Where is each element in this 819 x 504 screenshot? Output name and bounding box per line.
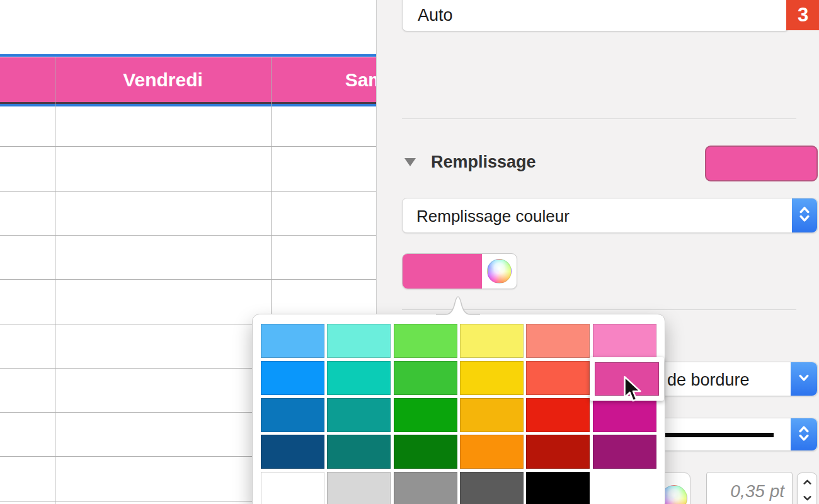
palette-grid — [253, 314, 665, 504]
table-cell[interactable] — [0, 457, 55, 500]
color-wheel-icon[interactable] — [487, 259, 512, 284]
fill-type-dropdown-stepper[interactable] — [792, 198, 817, 232]
palette-swatch[interactable] — [394, 472, 457, 504]
palette-swatch[interactable] — [593, 324, 656, 358]
palette-swatch[interactable] — [327, 324, 391, 358]
palette-swatch[interactable] — [261, 324, 324, 358]
border-width-field[interactable]: 0,35 pt — [706, 472, 793, 504]
auto-field-value: Auto — [418, 6, 453, 25]
palette-swatch[interactable] — [526, 361, 590, 395]
palette-swatch[interactable] — [327, 361, 391, 395]
table-cell[interactable] — [55, 413, 271, 456]
palette-swatch[interactable] — [327, 472, 391, 504]
table-cell[interactable] — [55, 369, 271, 412]
table-cell[interactable] — [55, 147, 271, 190]
palette-swatch[interactable] — [526, 398, 590, 432]
palette-swatch[interactable] — [394, 398, 457, 432]
border-line-style-stepper[interactable] — [791, 418, 817, 450]
table-cell[interactable] — [271, 103, 378, 146]
table-cell[interactable] — [55, 103, 271, 146]
step-badge-number: 3 — [798, 4, 808, 26]
table-cell[interactable] — [55, 280, 271, 323]
border-style-dropdown-value: de bordure — [667, 370, 750, 390]
table-cell[interactable] — [0, 147, 55, 190]
palette-swatch[interactable] — [460, 324, 524, 358]
step-badge: 3 — [786, 0, 819, 30]
mouse-cursor-icon — [622, 375, 644, 403]
palette-swatch[interactable] — [394, 324, 457, 358]
palette-swatch[interactable] — [327, 435, 391, 469]
palette-swatch[interactable] — [394, 435, 457, 469]
fill-color-well[interactable] — [705, 146, 818, 181]
palette-swatch[interactable] — [261, 398, 324, 432]
disclosure-triangle-icon[interactable] — [404, 158, 416, 166]
section-divider — [402, 118, 796, 119]
fill-color-swatch[interactable] — [403, 254, 482, 289]
border-width-stepper[interactable] — [797, 472, 817, 504]
palette-swatch[interactable] — [460, 361, 524, 395]
border-style-dropdown[interactable]: de bordure — [658, 362, 818, 396]
table-cell[interactable] — [0, 413, 55, 456]
palette-swatch[interactable] — [526, 472, 590, 504]
fill-color-swatch-button[interactable] — [402, 253, 517, 289]
table-cell[interactable] — [271, 192, 378, 235]
color-picker-popup — [252, 314, 665, 504]
palette-swatch[interactable] — [526, 324, 590, 358]
table-cell[interactable] — [271, 147, 378, 190]
border-width-value: 0,35 pt — [730, 481, 784, 501]
chevron-up-icon — [802, 477, 813, 488]
table-cell[interactable] — [0, 103, 55, 146]
border-line-style-preview — [663, 433, 774, 437]
table-cell[interactable] — [55, 192, 271, 235]
palette-swatch[interactable] — [261, 472, 324, 504]
palette-swatch[interactable] — [261, 361, 324, 395]
table-cell[interactable] — [0, 324, 55, 368]
auto-field[interactable]: Auto — [402, 0, 789, 32]
table-cell[interactable] — [0, 236, 55, 279]
table-cell[interactable] — [55, 457, 271, 500]
chevron-down-icon — [797, 373, 811, 386]
palette-swatch[interactable] — [394, 361, 457, 395]
palette-swatch[interactable] — [460, 472, 524, 504]
fill-section-title: Remplissage — [431, 152, 536, 172]
palette-swatch[interactable] — [593, 435, 656, 469]
palette-swatch[interactable] — [261, 435, 324, 469]
table-cell[interactable] — [0, 192, 55, 235]
fill-type-dropdown[interactable]: Remplissage couleur — [402, 198, 818, 233]
palette-swatch[interactable] — [327, 398, 391, 432]
palette-swatch[interactable] — [526, 435, 590, 469]
chevron-down-icon — [802, 493, 813, 504]
table-cell[interactable] — [55, 324, 271, 368]
table-cell[interactable] — [271, 236, 378, 279]
palette-swatch[interactable] — [460, 398, 524, 432]
chevron-up-down-icon — [797, 424, 811, 445]
table-cell[interactable] — [55, 236, 271, 279]
palette-swatch[interactable] — [460, 435, 524, 469]
table-cell[interactable] — [0, 280, 55, 323]
border-style-dropdown-button[interactable] — [791, 362, 817, 396]
popup-callout-arrow — [436, 292, 480, 315]
border-line-style-dropdown[interactable] — [658, 418, 818, 451]
fill-type-dropdown-value: Remplissage couleur — [416, 207, 570, 226]
chevron-up-down-icon — [798, 205, 811, 226]
table-cell[interactable] — [0, 369, 55, 412]
palette-swatch[interactable] — [593, 398, 656, 432]
